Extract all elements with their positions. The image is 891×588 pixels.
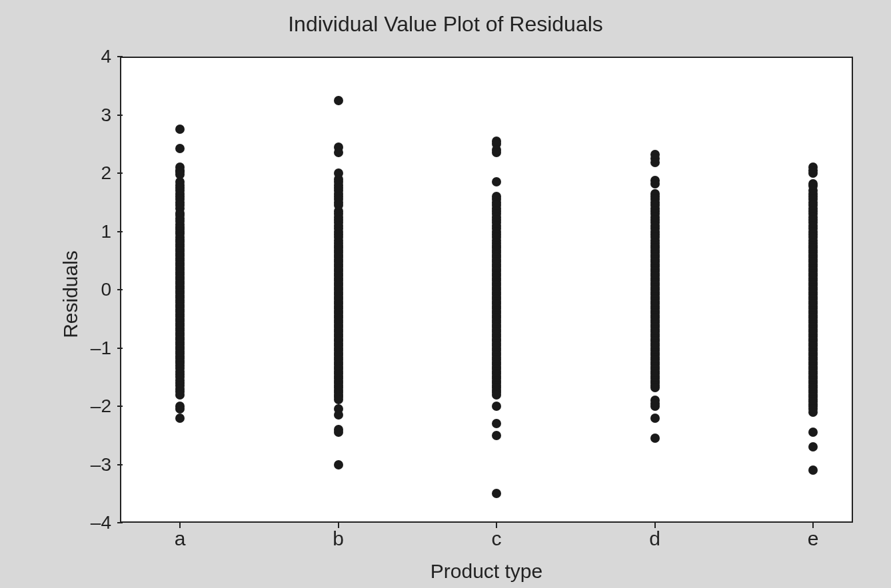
data-point [492, 402, 501, 411]
y-tick-mark [117, 406, 123, 407]
data-point [334, 460, 343, 469]
chart-container: Individual Value Plot of Residuals Resid… [0, 0, 891, 588]
y-tick-label: –1 [71, 338, 111, 359]
y-tick-mark [117, 56, 123, 57]
y-tick-mark [117, 348, 123, 349]
chart-title: Individual Value Plot of Residuals [0, 12, 891, 37]
data-point [808, 408, 818, 417]
plot-area [120, 57, 853, 523]
y-tick-mark [117, 522, 123, 523]
data-point [492, 431, 501, 440]
x-tick-label: d [649, 527, 660, 550]
data-point [334, 96, 343, 105]
y-tick-label: –4 [71, 512, 111, 533]
data-point [650, 179, 660, 188]
data-point [650, 434, 660, 443]
y-tick-mark [117, 172, 123, 174]
data-point [650, 402, 660, 411]
data-point [492, 390, 501, 400]
data-point [175, 390, 185, 400]
data-point [175, 414, 185, 423]
y-tick-label: 1 [71, 221, 111, 242]
data-point [650, 414, 660, 423]
y-tick-mark [117, 464, 123, 465]
data-point [334, 410, 343, 420]
x-axis-label: Product type [120, 560, 853, 583]
data-point [650, 158, 660, 167]
x-tick-label: b [333, 527, 344, 550]
y-tick-label: 4 [71, 46, 111, 67]
y-tick-mark [117, 289, 123, 290]
y-tick-label: 2 [71, 162, 111, 184]
data-point [808, 168, 818, 178]
y-tick-label: 3 [71, 105, 111, 126]
data-point [650, 383, 660, 392]
x-tick-label: c [492, 527, 502, 550]
y-tick-mark [117, 231, 123, 232]
y-tick-label: 0 [71, 279, 111, 300]
data-point [334, 148, 343, 157]
y-tick-label: –3 [71, 454, 111, 475]
data-point [334, 395, 343, 404]
data-point [334, 428, 343, 437]
x-tick-label: a [175, 527, 186, 550]
x-tick-label: e [808, 527, 819, 550]
y-tick-mark [117, 115, 123, 116]
y-tick-label: –2 [71, 396, 111, 417]
